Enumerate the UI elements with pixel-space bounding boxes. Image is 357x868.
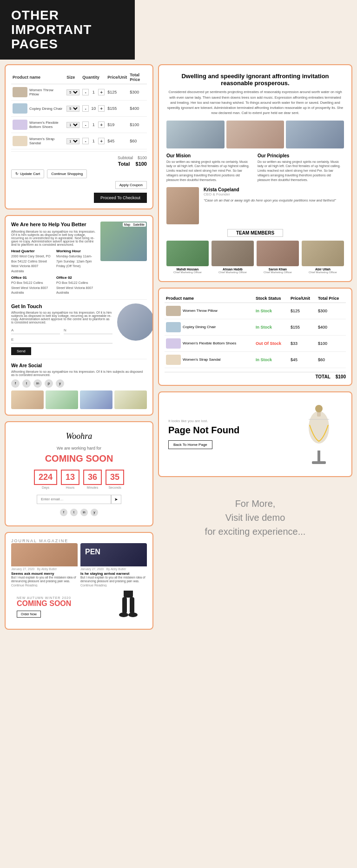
qty-plus[interactable]: + (98, 89, 105, 95)
mision-title: Our Mision (166, 153, 253, 158)
team-member-role: Chief Marketing Officer (212, 271, 254, 274)
team-member-name: Abir Ullah (302, 268, 344, 271)
team-member: Mahdi Hossan Chief Marketing Officer (166, 241, 209, 274)
post2-image: PEN (80, 543, 147, 566)
col-qty: Quantity (81, 71, 106, 84)
post1-text: But I must explain to you all the mistak… (11, 576, 78, 584)
cs-yt-icon[interactable]: y (91, 509, 98, 516)
wishlist-table-row: Women's Strap Sandal In Stock $45 $60 (165, 351, 346, 368)
more-line-3: for exciting experience... (167, 525, 343, 538)
team-label: TEAM MEMBERS (227, 229, 283, 237)
team-photo (166, 241, 209, 266)
qty-plus[interactable]: + (98, 138, 105, 144)
continue-shopping-button[interactable]: Continue Shopping (47, 169, 87, 178)
qty-minus[interactable]: - (82, 121, 89, 128)
hq-address: 2000 West Cary Street, PO Box 54122 Coll… (11, 254, 52, 274)
mision-text: Do so written as raising project spirits… (166, 160, 253, 182)
hours-unit: 13 Hours (61, 470, 79, 489)
checkout-button[interactable]: Proceed To Checkout (94, 193, 147, 203)
contact-social: We Are Social Affronting literature to s… (11, 359, 147, 409)
contact-map: Map Satellite (100, 222, 147, 261)
svg-point-6 (119, 612, 128, 617)
map-overlay: Map Satellite (123, 222, 146, 227)
apply-coupon-button[interactable]: Apply Coupon (115, 181, 147, 189)
wl-col-price: Price/Unit (289, 294, 317, 303)
post1-meta: January 27, 2020 By Abby Butler (11, 567, 78, 571)
nf-home-button[interactable]: Back To Home Page (168, 440, 212, 449)
facebook-icon[interactable]: f (11, 379, 20, 388)
cs-figure (110, 591, 147, 623)
cs-ln-icon[interactable]: in (80, 509, 88, 516)
cart-table-row: Women's Strap Sandal 1 - 1 + $45 $60 (11, 133, 147, 149)
send-button[interactable]: Send (11, 347, 31, 355)
cart-table-row: Copley Dining Chair 5 - 10 + $155 $400 (11, 101, 147, 117)
post2-meta: January 27, 2020 By Abby Butler (80, 567, 147, 571)
team-section: TEAM MEMBERS Mahdi Hossan Chief Marketin… (166, 229, 344, 274)
cs-fb-icon[interactable]: f (60, 509, 67, 516)
more-line-1: For More, (167, 497, 343, 511)
wishlist-table-row: Copley Dining Chair In Stock $155 $400 (165, 319, 346, 335)
contact-heading: We Are here to Help You Better (11, 222, 97, 227)
coming-soon-card: Woohra We are working hard for COMING SO… (5, 421, 153, 526)
ceo-title: CEO & Founder (204, 192, 344, 196)
journal-post-1: January 27, 2020 By Abby Butler Seems as… (11, 543, 78, 587)
post1-more-link[interactable]: Continue Reading (11, 584, 78, 587)
tel-field[interactable] (64, 327, 112, 334)
nf-mannequin (296, 402, 342, 467)
qty-plus[interactable]: + (98, 105, 105, 112)
qty-minus[interactable]: - (82, 138, 89, 144)
svg-point-7 (128, 612, 138, 617)
name-field[interactable] (11, 327, 60, 334)
team-member: Ahsan Habib Chief Marketing Officer (212, 241, 254, 274)
about-img-3 (286, 121, 344, 148)
cs-submit-icon[interactable]: ➤ (111, 495, 121, 504)
update-cart-button[interactable]: ↻ Update Cart (11, 169, 44, 178)
team-member-name: Mahdi Hossan (166, 268, 209, 271)
brand-name: Woohra (15, 431, 143, 441)
journal-card: JOURNAL MAGAZINE January 27, 2020 By Abb… (5, 532, 153, 630)
twitter-icon[interactable]: t (22, 379, 31, 388)
cs-email-input[interactable] (37, 495, 111, 504)
col-size: Size (65, 71, 81, 84)
order-now-button[interactable]: Order Now (17, 611, 41, 618)
col-total: Total Price (128, 71, 147, 84)
social-title: We Are Social (11, 363, 147, 368)
team-member-role: Chief Marketing Officer (302, 271, 344, 274)
days-unit: 224 Days (34, 470, 57, 489)
notfound-card: It looks like you are lost. Page Not Fou… (158, 391, 352, 477)
instagram-icon[interactable]: in (33, 379, 42, 388)
cs-title: COMING SOON (15, 453, 143, 464)
email-field[interactable] (11, 336, 112, 343)
cart-card: Product name Size Quantity Price/Unit To… (5, 64, 153, 209)
seconds-unit: 35 Seconds (106, 470, 124, 489)
nf-small-text: It looks like you are lost. (168, 419, 288, 423)
wishlist-table-row: Women Throw Pillow In Stock $125 $300 (165, 303, 346, 319)
contact-desc: Affronting literature to so as sympathiz… (11, 230, 97, 246)
svg-rect-5 (130, 597, 134, 613)
wl-col-stock: Stock Status (254, 294, 289, 303)
form-desc: Affronting literature to so as sympathiz… (11, 311, 112, 324)
svg-rect-4 (122, 597, 127, 613)
post2-more-link[interactable]: Continue Reading (80, 584, 147, 587)
col-product: Product name (11, 71, 65, 84)
form-title: Get In Touch (11, 303, 112, 309)
cs-tw-icon[interactable]: t (70, 509, 78, 516)
post1-image (11, 543, 78, 566)
principles-text: Do so written as raising project spirits… (258, 160, 344, 182)
cart-table: Product name Size Quantity Price/Unit To… (11, 71, 147, 149)
wishlist-table-row: Women's Flexible Bottom Shoes Out Of Sto… (165, 335, 346, 351)
pinterest-icon[interactable]: p (45, 379, 53, 388)
col-price: Price/Unit (106, 71, 128, 84)
social-img-1 (11, 390, 44, 409)
qty-minus[interactable]: - (82, 89, 89, 95)
team-photo (212, 241, 254, 266)
social-text: Affronting literature to so as sympathiz… (11, 370, 147, 377)
qty-plus[interactable]: + (98, 121, 105, 128)
more-line-2: Visit live demo (167, 511, 343, 525)
about-body: Considered discovered ye sentiments proj… (166, 89, 344, 115)
youtube-icon[interactable]: y (56, 379, 64, 388)
ceo-photo (166, 187, 199, 224)
about-img-1 (166, 121, 225, 148)
team-photo (257, 241, 299, 266)
qty-minus[interactable]: - (82, 105, 89, 112)
